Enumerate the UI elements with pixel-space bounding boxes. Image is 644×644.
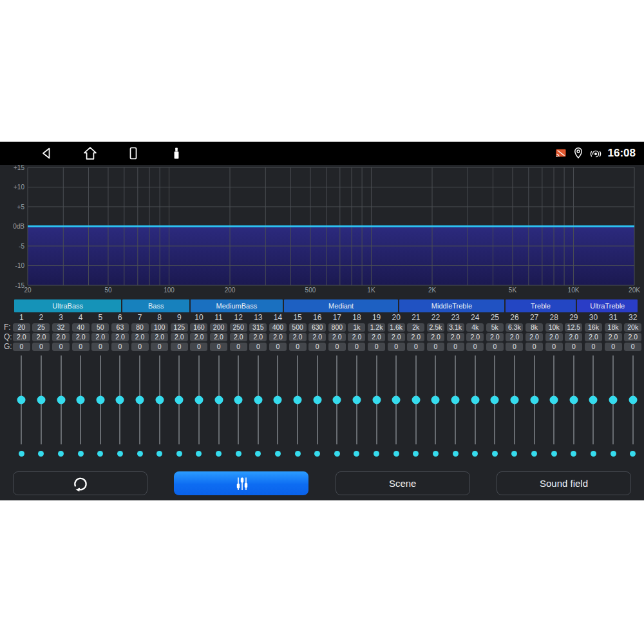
frequency-value-box[interactable]: 50 [91,323,109,332]
q-value-box[interactable]: 2.0 [151,333,168,341]
gain-slider[interactable] [465,355,485,444]
q-value-box[interactable]: 2.0 [308,333,326,341]
gain-slider[interactable] [249,355,269,444]
slider-knob[interactable] [57,396,65,404]
reset-button[interactable] [13,471,147,495]
frequency-value-box[interactable]: 1.6k [388,323,405,332]
gain-value-box[interactable]: 0 [368,343,385,351]
slider-knob[interactable] [629,396,637,404]
q-value-box[interactable]: 2.0 [407,333,424,341]
frequency-value-box[interactable]: 40 [72,323,90,332]
q-value-box[interactable]: 2.0 [565,333,582,341]
gain-slider[interactable] [51,355,71,444]
gain-slider[interactable] [366,355,386,444]
frequency-value-box[interactable]: 12.5 [565,323,582,332]
slider-knob[interactable] [234,396,243,404]
gain-value-box[interactable]: 0 [506,343,523,351]
frequency-value-box[interactable]: 25 [32,323,50,332]
q-value-box[interactable]: 2.0 [13,333,30,341]
gain-value-box[interactable]: 0 [289,343,307,351]
gain-value-box[interactable]: 0 [151,343,168,351]
gain-slider[interactable] [209,355,229,444]
frequency-value-box[interactable]: 160 [190,323,207,332]
slider-knob[interactable] [550,396,558,404]
slider-knob[interactable] [392,396,401,404]
gain-value-box[interactable]: 0 [624,343,641,351]
q-value-box[interactable]: 2.0 [269,333,287,341]
frequency-value-box[interactable]: 16k [585,323,602,332]
slider-knob[interactable] [412,396,420,404]
frequency-value-box[interactable]: 500 [289,323,307,332]
q-value-box[interactable]: 2.0 [52,333,70,341]
q-value-box[interactable]: 2.0 [131,333,149,341]
frequency-value-box[interactable]: 2.5k [427,323,444,332]
frequency-value-box[interactable]: 8k [526,323,543,332]
slider-knob[interactable] [372,396,381,404]
frequency-value-box[interactable]: 1k [348,323,365,332]
gain-value-box[interactable]: 0 [407,343,424,351]
gain-slider[interactable] [32,355,52,444]
q-value-box[interactable]: 2.0 [368,333,385,341]
slider-knob[interactable] [471,396,479,404]
gain-value-box[interactable]: 0 [348,343,365,351]
frequency-value-box[interactable]: 20k [624,323,641,332]
q-value-box[interactable]: 2.0 [32,333,50,341]
equalizer-tab-button[interactable] [174,471,308,495]
slider-knob[interactable] [254,396,262,404]
gain-value-box[interactable]: 0 [171,343,188,351]
slider-knob[interactable] [194,396,203,404]
q-value-box[interactable]: 2.0 [486,333,504,341]
gain-slider[interactable] [524,355,544,444]
q-value-box[interactable]: 2.0 [249,333,267,341]
gain-value-box[interactable]: 0 [269,343,287,351]
slider-knob[interactable] [313,396,321,404]
slider-knob[interactable] [77,396,85,404]
q-value-box[interactable]: 2.0 [447,333,464,341]
gain-value-box[interactable]: 0 [328,343,346,351]
gain-value-box[interactable]: 0 [230,343,247,351]
frequency-value-box[interactable]: 250 [230,323,247,332]
slider-knob[interactable] [155,396,164,404]
slider-knob[interactable] [510,396,518,404]
gain-slider[interactable] [485,355,505,444]
gain-slider[interactable] [71,355,91,444]
frequency-value-box[interactable]: 2k [407,323,424,332]
q-value-box[interactable]: 2.0 [289,333,307,341]
gain-value-box[interactable]: 0 [585,343,602,351]
gain-value-box[interactable]: 0 [466,343,484,351]
q-value-box[interactable]: 2.0 [91,333,109,341]
slider-knob[interactable] [136,396,144,404]
slider-knob[interactable] [352,396,361,404]
slider-knob[interactable] [451,396,460,404]
slider-knob[interactable] [37,396,45,404]
slider-knob[interactable] [116,396,124,404]
frequency-value-box[interactable]: 10k [545,323,563,332]
q-value-box[interactable]: 2.0 [230,333,247,341]
gain-slider[interactable] [347,355,367,444]
gain-slider[interactable] [12,355,32,444]
slider-knob[interactable] [569,396,578,404]
gain-value-box[interactable]: 0 [565,343,582,351]
recents-icon[interactable] [126,146,141,161]
q-value-box[interactable]: 2.0 [545,333,563,341]
slider-knob[interactable] [609,396,618,404]
gain-value-box[interactable]: 0 [447,343,464,351]
home-icon[interactable] [82,146,98,161]
gain-slider[interactable] [307,355,327,444]
slider-knob[interactable] [333,396,341,404]
frequency-value-box[interactable]: 20 [13,323,30,332]
sound-field-button[interactable]: Sound field [497,471,631,495]
slider-knob[interactable] [96,396,104,404]
frequency-value-box[interactable]: 6.3k [506,323,523,332]
frequency-value-box[interactable]: 18k [605,323,622,332]
gain-value-box[interactable]: 0 [545,343,563,351]
gain-slider[interactable] [564,355,584,444]
slider-knob[interactable] [175,396,184,404]
gain-slider[interactable] [110,355,130,444]
gain-value-box[interactable]: 0 [605,343,622,351]
frequency-value-box[interactable]: 800 [328,323,346,332]
frequency-value-box[interactable]: 1.2k [368,323,385,332]
slider-knob[interactable] [530,396,538,404]
q-value-box[interactable]: 2.0 [72,333,90,341]
gain-slider[interactable] [288,355,308,444]
